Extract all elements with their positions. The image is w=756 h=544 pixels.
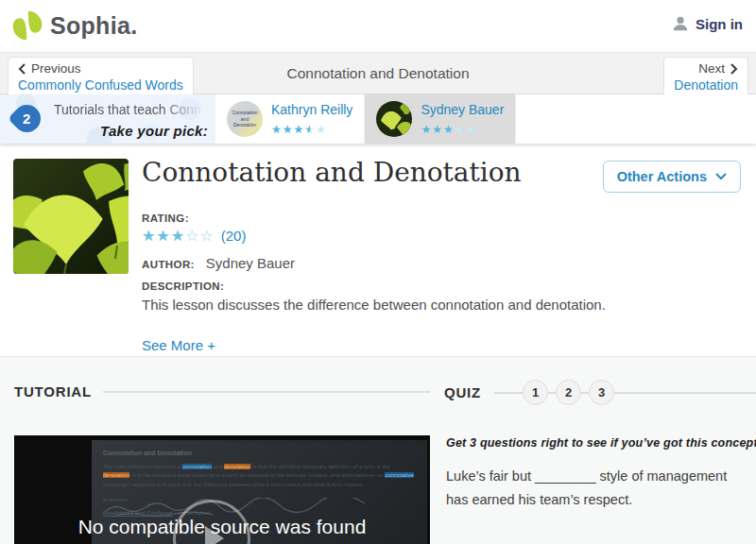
sophia-logo-icon [11, 9, 43, 42]
quiz-column: QUIZ 1 2 3 Get 3 questions right to see … [444, 380, 756, 405]
video-error-message: No compatible source was found [14, 516, 430, 538]
lesson-nav-bar: Previous Commonly Confused Words Connota… [0, 52, 756, 94]
star-rating: ☆☆☆☆☆ ★★★★★ [142, 229, 215, 244]
next-lesson-title: Denotation [674, 77, 738, 94]
author-name: Sydney Bauer [206, 255, 295, 271]
ginkgo-leaves-image [13, 159, 129, 274]
stars-fill: ★★★★★ [271, 124, 310, 135]
author-card-sydney-bauer[interactable]: Sydney Bauer ★★★★★ ★★★★★ [365, 94, 516, 144]
quiz-progress-line [548, 392, 556, 394]
quiz-progress-line [494, 392, 523, 394]
person-icon [672, 15, 689, 32]
ginkgo-leaves-avatar-image [376, 101, 412, 137]
other-actions-button[interactable]: Other Actions [603, 161, 741, 193]
brand-text: Sophia. [50, 12, 137, 40]
chevron-down-icon [715, 173, 727, 180]
tutorial-quiz-section: TUTORIAL Connotation and Denotation The … [0, 356, 756, 544]
quiz-step-2[interactable]: 2 [556, 380, 581, 405]
author-avatar: Connotation and Denotation [227, 101, 263, 137]
tutorial-count: 2 [23, 110, 30, 127]
author-card-kathryn-reilly[interactable]: Connotation and Denotation Kathryn Reill… [215, 94, 365, 144]
sign-in-label: Sign in [696, 16, 743, 32]
sophia-logo[interactable]: Sophia. [11, 9, 137, 42]
quiz-step-3[interactable]: 3 [589, 380, 614, 405]
tutorial-column: TUTORIAL Connotation and Denotation The … [14, 383, 430, 400]
author-name: Sydney Bauer [421, 102, 504, 117]
top-header: Sophia. Sign in [0, 0, 756, 52]
stars-fill: ★★★★★ [142, 229, 185, 244]
quiz-progress-line [614, 392, 756, 394]
rating-count-link[interactable]: (20) [221, 228, 247, 244]
rating-label: RATING: [142, 212, 756, 224]
tutorial-count-badge: 2 [8, 99, 46, 138]
author-avatar [376, 101, 412, 137]
chevron-right-icon [730, 63, 738, 75]
quiz-step-1[interactable]: 1 [523, 380, 548, 405]
next-label: Next [698, 61, 725, 77]
author-name: Kathryn Reilly [271, 102, 352, 117]
page-title: Connotation and Denotation [0, 65, 756, 82]
picker-heading: Tutorials that teach Connotation [54, 102, 205, 117]
tutorial-heading: TUTORIAL [14, 383, 92, 400]
video-player[interactable]: Connotation and Denotation The main diff… [14, 435, 430, 544]
tutorial-picker-strip: 2 Tutorials that teach Connotation Take … [0, 94, 756, 144]
other-actions-label: Other Actions [617, 169, 707, 184]
picker-tagline: Take your pick: [100, 123, 208, 139]
lesson-thumbnail [13, 159, 129, 274]
picker-strip-spacer [516, 94, 756, 144]
star-rating: ★★★★★ ★★★★★ [421, 124, 476, 135]
description-text: This lesson discusses the difference bet… [142, 297, 756, 313]
description-label: DESCRIPTION: [142, 280, 756, 292]
slide-paragraph: The main difference between a connotatio… [103, 463, 416, 489]
quiz-progress-line [581, 392, 589, 394]
quiz-question: Luke’s fair but ________ style of manage… [446, 465, 750, 513]
sign-in-button[interactable]: Sign in [672, 15, 743, 32]
slide-title: Connotation and Denotation [103, 450, 416, 456]
quiz-tagline: Get 3 questions right to see if you’ve g… [446, 436, 756, 450]
star-rating: ★★★★★ ★★★★★ [271, 124, 327, 135]
picker-intro-panel: 2 Tutorials that teach Connotation Take … [0, 94, 215, 144]
stars-fill: ★★★★★ [421, 124, 454, 135]
avatar-mini-text: Connotation and Denotation [231, 110, 259, 128]
author-label: AUTHOR: [142, 259, 195, 270]
see-more-link[interactable]: See More + [142, 337, 215, 353]
quiz-heading: QUIZ [444, 384, 481, 400]
tutorial-divider [103, 391, 430, 393]
next-lesson-link[interactable]: Next Denotation [663, 57, 748, 98]
lesson-summary: Other Actions Connotation and Denotation… [0, 144, 756, 356]
